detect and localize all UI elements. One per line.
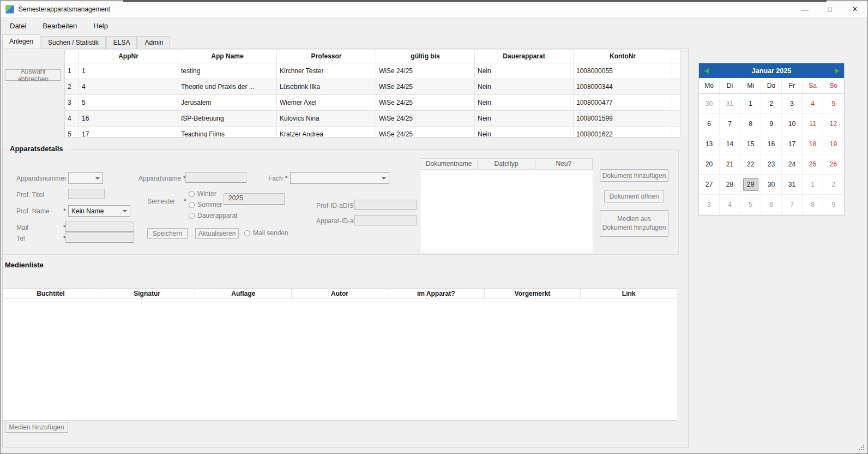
calendar-day[interactable]: 8 (740, 114, 761, 134)
calendar-day[interactable]: 1 (803, 175, 823, 195)
tel-input[interactable] (65, 232, 134, 243)
column-header-appnr[interactable]: AppNr (79, 50, 178, 63)
calendar-prev-button[interactable] (699, 63, 713, 78)
calendar-day[interactable]: 30 (761, 175, 782, 195)
column-header-g-ltig-bis[interactable]: gültig bis (376, 50, 475, 63)
aktualisieren-button[interactable]: Aktualisieren (195, 228, 239, 239)
speichern-button[interactable]: Speichern (147, 228, 188, 239)
calendar-day-selected[interactable]: 29 (740, 175, 761, 195)
medien-aus-dokument-button[interactable]: Medien aus Dokument hinzufügen (600, 210, 668, 237)
table-row[interactable]: 416ISP-BetreuungKulovics NinaWiSe 24/25N… (65, 111, 680, 127)
calendar-day[interactable]: 31 (782, 175, 803, 195)
calendar-day[interactable]: 13 (699, 134, 720, 154)
calendar-day[interactable]: 22 (740, 154, 761, 175)
radio-sommer[interactable]: Sommer (189, 201, 222, 208)
media-column-header-buchtitel[interactable]: Buchtitel (3, 289, 99, 298)
doc-column-header-neu[interactable]: Neu? (535, 159, 593, 169)
calendar-day[interactable]: 9 (761, 114, 782, 134)
calendar-day[interactable]: 28 (720, 175, 740, 195)
calendar-day[interactable]: 6 (699, 114, 720, 134)
calendar-day[interactable]: 5 (823, 94, 844, 114)
calendar-day[interactable]: 31 (720, 94, 740, 114)
calendar-day[interactable]: 5 (740, 195, 761, 215)
dokument-oeffnen-button[interactable]: Dokument öffnen (604, 190, 664, 202)
resize-grip[interactable] (859, 445, 865, 451)
calendar-day[interactable]: 4 (720, 195, 740, 215)
apparatsnummer-combobox[interactable] (68, 172, 103, 184)
calendar-day[interactable]: 3 (699, 195, 720, 215)
media-column-header-autor[interactable]: Autor (292, 289, 388, 298)
calendar-day[interactable]: 18 (803, 134, 823, 154)
calendar-day[interactable]: 9 (823, 195, 844, 215)
media-column-header-link[interactable]: Link (581, 289, 677, 298)
apparat-id-adis-input[interactable] (354, 215, 417, 225)
calendar-day[interactable]: 2 (823, 175, 844, 195)
calendar-day[interactable]: 2 (761, 94, 782, 114)
media-column-header-vorgemerkt[interactable]: Vorgemerkt (485, 289, 581, 298)
calendar-day[interactable]: 4 (803, 94, 823, 114)
dokument-hinzufuegen-button[interactable]: Dokument hinzufügen (600, 169, 668, 182)
mail-input[interactable] (65, 222, 134, 232)
calendar-next-button[interactable] (830, 63, 844, 78)
close-button[interactable]: × (842, 2, 867, 17)
calendar-day[interactable]: 8 (803, 195, 823, 215)
apparatsname-input[interactable] (185, 172, 246, 183)
calendar-day[interactable]: 20 (699, 154, 720, 175)
mail-senden-radio[interactable]: Mail senden (244, 229, 288, 237)
calendar-day[interactable]: 6 (761, 195, 782, 215)
radio-winter[interactable]: Winter (189, 190, 216, 198)
table-row[interactable]: 11testingKirchner TesterWiSe 24/25Nein10… (65, 63, 680, 79)
fach-combobox[interactable] (290, 172, 389, 184)
media-column-header-signatur[interactable]: Signatur (99, 289, 196, 298)
menu-item-bearbeiten[interactable]: Bearbeiten (34, 19, 85, 33)
column-header-app-name[interactable]: App Name (178, 50, 277, 63)
media-column-header-auflage[interactable]: Auflage (195, 289, 292, 298)
calendar-day[interactable]: 24 (782, 154, 803, 175)
tab-anlegen[interactable]: Anlegen (2, 34, 40, 49)
calendar-day[interactable]: 25 (803, 154, 823, 175)
calendar-day[interactable]: 7 (782, 195, 803, 215)
table-row[interactable]: 24Theorie und Praxis der ...Lüsebrink Il… (65, 79, 680, 95)
prof-titel-input[interactable] (68, 189, 105, 199)
column-header-professor[interactable]: Professor (277, 50, 376, 63)
calendar-day[interactable]: 14 (720, 134, 740, 154)
calendar-day[interactable]: 10 (782, 114, 803, 134)
media-column-header-im-apparat[interactable]: im Apparat? (388, 289, 485, 298)
table-row[interactable]: 517Teaching FilmsKratzer AndreaWiSe 24/2… (65, 127, 680, 138)
media-table-body[interactable] (3, 299, 677, 420)
doc-column-header-dateityp[interactable]: Dateityp (478, 159, 535, 169)
calendar-day[interactable]: 15 (740, 134, 761, 154)
table-row[interactable]: 35JerusalemWiemer AxelWiSe 24/25Nein1008… (65, 95, 680, 111)
radio-dauerapparat[interactable]: Dauerapparat (189, 212, 237, 219)
menu-item-datei[interactable]: Datei (2, 19, 34, 33)
tab-suchen-statistik[interactable]: Suchen / Statistik (41, 36, 106, 49)
calendar-day[interactable]: 3 (782, 94, 803, 114)
prof-name-combobox[interactable]: Kein Name (68, 205, 130, 217)
calendar-day[interactable]: 17 (782, 134, 803, 154)
sidebar-button-auswahl-abbrechen[interactable]: Auswahl abbrechen (5, 69, 61, 81)
medien-hinzufuegen-button[interactable]: Medien hinzufügen (5, 422, 68, 433)
doc-column-header-dokumentname[interactable]: Dokumentname (420, 159, 478, 169)
calendar-day[interactable]: 7 (720, 114, 740, 134)
calendar-day[interactable]: 21 (720, 154, 740, 175)
maximize-button[interactable]: □ (817, 2, 842, 17)
calendar-day[interactable]: 11 (803, 114, 823, 134)
column-header-kontonr[interactable]: KontoNr (574, 50, 672, 63)
calendar-day[interactable]: 16 (761, 134, 782, 154)
calendar-day[interactable]: 26 (823, 154, 844, 175)
calendar-day[interactable]: 23 (761, 154, 782, 175)
apps-table[interactable]: AppNrApp NameProfessorgültig bisDauerapp… (64, 50, 680, 138)
tab-elsa[interactable]: ELSA (106, 36, 137, 49)
dokumente-table-body[interactable] (420, 170, 593, 253)
calendar-day[interactable]: 12 (823, 114, 844, 134)
calendar-day[interactable]: 1 (740, 94, 761, 114)
calendar-day[interactable]: 19 (823, 134, 844, 154)
semester-year-input[interactable]: 2025 (224, 193, 285, 205)
column-header-dauerapparat[interactable]: Dauerapparat (475, 50, 574, 63)
calendar-day[interactable]: 30 (699, 94, 720, 114)
calendar-day[interactable]: 27 (699, 175, 720, 195)
minimize-button[interactable]: — (792, 2, 817, 17)
menu-item-help[interactable]: Help (85, 19, 116, 33)
tab-admin[interactable]: Admin (137, 36, 170, 49)
prof-id-adis-input[interactable] (354, 200, 417, 210)
